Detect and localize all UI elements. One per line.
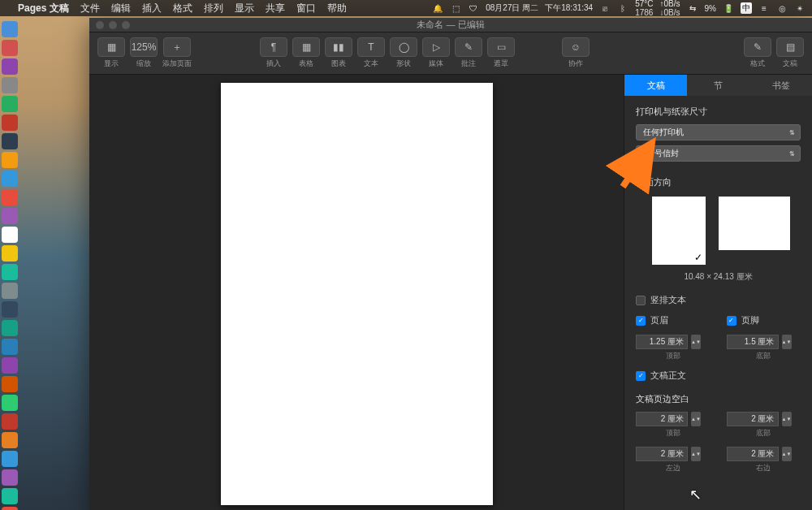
battery-icon[interactable]: 🔋 <box>723 4 734 13</box>
margin-left-value[interactable]: 2 厘米 <box>636 447 688 461</box>
display-icon[interactable]: ⎚ <box>599 4 611 13</box>
dock-app-icon[interactable] <box>2 432 18 448</box>
menu-arrange[interactable]: 排列 <box>204 2 223 15</box>
tb-media[interactable]: ▷媒体 <box>422 37 450 69</box>
dock-app-icon[interactable] <box>2 171 18 187</box>
stepper-arrows[interactable]: ▲▼ <box>691 335 701 349</box>
tb-mask[interactable]: ▭遮罩 <box>487 37 515 69</box>
menubar-icon[interactable]: ◎ <box>776 4 788 13</box>
stepper-arrows[interactable]: ▲▼ <box>782 412 792 426</box>
tb-view[interactable]: ▦显示 <box>97 37 125 69</box>
dock-app-icon[interactable] <box>2 488 18 504</box>
orientation-landscape[interactable] <box>719 197 790 250</box>
menu-window[interactable]: 窗口 <box>296 2 316 15</box>
menubar-icon[interactable]: ✴ <box>794 4 806 13</box>
dock-app-icon[interactable] <box>2 357 18 374</box>
canvas-area[interactable] <box>89 75 624 510</box>
dock-app-icon[interactable] <box>2 451 18 467</box>
menu-share[interactable]: 共享 <box>266 2 285 15</box>
paper-size-dropdown[interactable]: 10 号信封 <box>636 145 801 162</box>
pages-window: 未命名 — 已编辑 ▦显示 125%缩放 ＋添加页面 ¶插入 ▦表格 ▮▮图表 … <box>89 18 812 510</box>
menubar-icon[interactable]: ≡ <box>758 4 770 13</box>
dock-app-icon[interactable] <box>2 21 18 37</box>
header-checkbox[interactable]: ✓ <box>636 316 646 326</box>
tb-comment[interactable]: ✎批注 <box>455 37 482 69</box>
menubar-date: 08月27日 周二 <box>486 2 538 14</box>
dock-app-icon[interactable] <box>2 245 18 261</box>
macos-menubar: Pages 文稿 文件 编辑 插入 格式 排列 显示 共享 窗口 帮助 🔔 ⬚ … <box>0 0 812 16</box>
tab-document[interactable]: 文稿 <box>624 75 687 96</box>
dock-app-icon[interactable] <box>2 189 18 205</box>
menu-insert[interactable]: 插入 <box>142 2 162 15</box>
dock-app-icon[interactable] <box>2 96 18 112</box>
tab-bookmarks[interactable]: 书签 <box>749 75 812 96</box>
dock-app-icon[interactable] <box>2 507 18 510</box>
dock-app-icon[interactable] <box>2 376 18 392</box>
dock-app-icon[interactable] <box>2 152 18 168</box>
menu-view[interactable]: 显示 <box>235 2 254 15</box>
stepper-arrows[interactable]: ▲▼ <box>691 412 701 426</box>
vertical-text-checkbox[interactable] <box>636 296 646 305</box>
tb-format[interactable]: ✎格式 <box>744 37 771 69</box>
orientation-portrait[interactable]: ✓ <box>652 197 706 265</box>
dock-app-icon[interactable] <box>2 413 18 430</box>
dock-app-icon[interactable] <box>2 227 18 243</box>
bluetooth-icon[interactable]: ᛒ <box>617 4 628 13</box>
dock-app-icon[interactable] <box>2 40 18 56</box>
menu-edit[interactable]: 编辑 <box>111 2 131 15</box>
menu-file[interactable]: 文件 <box>80 2 100 15</box>
menu-help[interactable]: 帮助 <box>327 2 347 15</box>
dock-app-icon[interactable] <box>2 469 18 486</box>
dock-app-icon[interactable] <box>2 301 18 318</box>
dock-app-icon[interactable] <box>2 320 18 336</box>
tb-text[interactable]: T文本 <box>357 37 385 69</box>
bottom-label: 底部 <box>727 351 801 361</box>
tb-collab[interactable]: ☺协作 <box>562 37 590 69</box>
battery-pct: 9% <box>705 4 716 13</box>
right-label: 右边 <box>727 463 801 473</box>
bottom-label2: 底部 <box>727 428 801 439</box>
menubar-extra-icon[interactable]: ⬚ <box>450 4 461 13</box>
tb-zoom[interactable]: 125%缩放 <box>130 37 158 69</box>
margin-bottom-value[interactable]: 2 厘米 <box>727 412 779 426</box>
stepper-arrows[interactable]: ▲▼ <box>691 447 701 461</box>
dock-app-icon[interactable] <box>2 264 18 280</box>
document-page[interactable] <box>221 83 493 505</box>
top-label2: 顶部 <box>636 428 710 439</box>
stepper-arrows[interactable]: ▲▼ <box>782 335 792 349</box>
dock-app-icon[interactable] <box>2 208 18 224</box>
dock-app-icon[interactable] <box>2 115 18 131</box>
margin-right-value[interactable]: 2 厘米 <box>727 447 779 461</box>
traffic-lights[interactable] <box>96 21 130 29</box>
window-title: 未命名 — 已编辑 <box>417 19 484 31</box>
stepper-arrows[interactable]: ▲▼ <box>782 447 792 461</box>
tab-section[interactable]: 节 <box>687 75 749 96</box>
dock-app-icon[interactable] <box>2 77 18 93</box>
margin-top-value[interactable]: 2 厘米 <box>636 412 688 426</box>
menu-format[interactable]: 格式 <box>173 2 192 15</box>
ime-indicator[interactable]: 中 <box>741 2 752 14</box>
dock-app-icon[interactable] <box>2 339 18 355</box>
header-label: 页眉 <box>650 314 668 326</box>
toolbar: ▦显示 125%缩放 ＋添加页面 ¶插入 ▦表格 ▮▮图表 T文本 ◯形状 ▷媒… <box>89 32 812 75</box>
body-text-label: 文稿正文 <box>650 370 686 382</box>
footer-checkbox[interactable]: ✓ <box>727 316 736 326</box>
app-name[interactable]: Pages 文稿 <box>18 2 69 15</box>
tb-insert[interactable]: ¶插入 <box>260 37 287 69</box>
tb-chart[interactable]: ▮▮图表 <box>325 37 352 69</box>
dock-app-icon[interactable] <box>2 133 18 149</box>
menubar-extra-icon[interactable]: 🔔 <box>432 4 443 13</box>
dock-app-icon[interactable] <box>2 58 18 75</box>
tb-table[interactable]: ▦表格 <box>292 37 320 69</box>
header-value[interactable]: 1.25 厘米 <box>636 335 688 349</box>
printer-dropdown[interactable]: 任何打印机 <box>636 124 801 140</box>
dock-app-icon[interactable] <box>2 395 18 411</box>
dock-app-icon[interactable] <box>2 283 18 299</box>
tb-shape[interactable]: ◯形状 <box>390 37 417 69</box>
menubar-extra-icon[interactable]: 🛡 <box>468 4 479 13</box>
tb-addpage[interactable]: ＋添加页面 <box>162 37 192 69</box>
tb-document[interactable]: ▤文稿 <box>776 37 804 69</box>
body-text-checkbox[interactable]: ✓ <box>636 371 646 381</box>
wifi-icon[interactable]: ⇆ <box>687 4 698 13</box>
footer-value[interactable]: 1.5 厘米 <box>727 335 779 349</box>
